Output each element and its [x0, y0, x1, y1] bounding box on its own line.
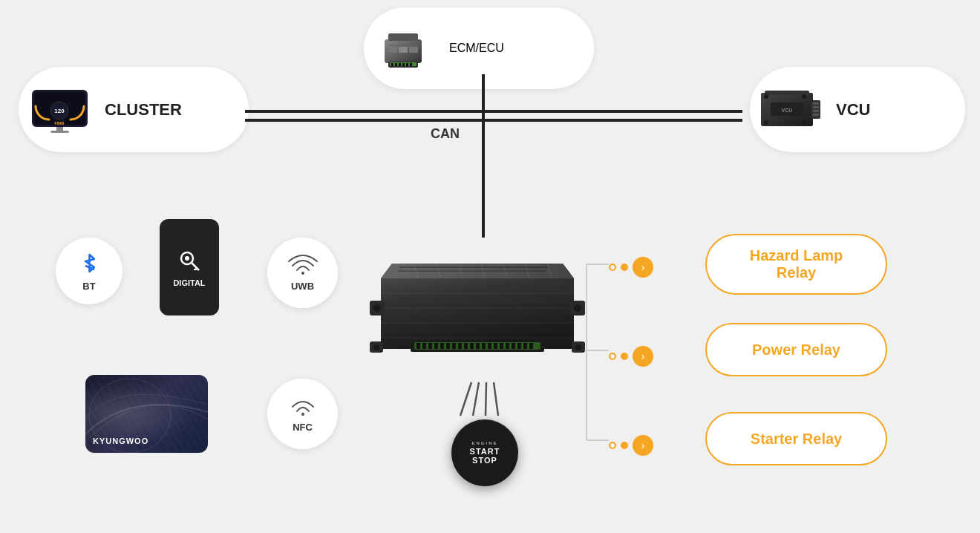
kyungwoo-label: KYUNGWOO [93, 436, 148, 445]
arrow-2: › [633, 346, 653, 367]
svg-rect-5 [395, 63, 397, 66]
main-device [370, 226, 585, 379]
svg-point-85 [575, 344, 581, 350]
svg-text:FI900: FI900 [54, 121, 64, 125]
svg-line-88 [486, 382, 486, 416]
dot-3b [621, 442, 628, 449]
svg-rect-24 [765, 91, 809, 95]
ecm-ecu-node: ECM/ECU [364, 7, 594, 89]
ecm-label: ECM/ECU [449, 42, 504, 55]
svg-point-31 [802, 94, 806, 99]
svg-point-30 [764, 94, 768, 99]
can-label: CAN [431, 126, 460, 142]
svg-rect-58 [416, 343, 420, 349]
stop-text: STOP [472, 456, 497, 465]
power-relay: Power Relay [705, 323, 887, 376]
svg-rect-72 [500, 343, 503, 349]
svg-rect-70 [488, 343, 491, 349]
svg-rect-60 [428, 343, 432, 349]
dot-1b [621, 264, 628, 271]
arrow-1: › [633, 257, 653, 278]
can-line-top [245, 110, 742, 113]
svg-point-42 [301, 272, 304, 275]
svg-rect-62 [440, 343, 444, 349]
dot-outline-1a [609, 264, 616, 271]
digital-key-icon [177, 248, 203, 274]
power-relay-label: Power Relay [752, 341, 840, 359]
svg-point-83 [373, 344, 379, 350]
arrow-3: › [633, 435, 653, 456]
starter-relay-label: Starter Relay [751, 431, 842, 448]
svg-text:120: 120 [54, 108, 65, 114]
svg-line-89 [494, 382, 498, 416]
svg-rect-28 [813, 110, 819, 112]
can-line-bottom [245, 119, 742, 122]
engine-label: ENGINE [471, 441, 497, 445]
cluster-icon: 120 FI900 [28, 84, 91, 136]
svg-point-33 [802, 120, 806, 125]
svg-line-87 [473, 382, 479, 416]
svg-line-86 [460, 382, 471, 416]
svg-rect-8 [406, 63, 408, 66]
svg-rect-75 [517, 343, 521, 349]
kyungwoo-card: KYUNGWOO [85, 375, 208, 453]
main-device-image [370, 226, 585, 379]
svg-point-81 [574, 304, 581, 312]
nfc-label: NFC [293, 422, 313, 433]
connector-3: › [609, 435, 653, 456]
bluetooth-icon [76, 250, 102, 276]
svg-rect-77 [529, 343, 533, 349]
svg-rect-65 [458, 343, 462, 349]
vcu-node: VCU VCU [750, 67, 965, 152]
svg-rect-12 [388, 47, 397, 53]
vcu-label: VCU [836, 100, 870, 120]
svg-rect-67 [470, 343, 474, 349]
start-stop-button[interactable]: ENGINE START STOP [451, 419, 518, 486]
svg-rect-71 [494, 343, 497, 349]
uwb-node: UWB [267, 238, 338, 308]
vcu-icon: VCU [757, 82, 824, 137]
uwb-icon [288, 254, 318, 276]
cluster-image: 120 FI900 [26, 80, 93, 140]
svg-rect-10 [388, 33, 418, 41]
svg-rect-4 [391, 63, 393, 66]
can-bus [245, 110, 742, 122]
svg-point-38 [185, 256, 189, 261]
svg-text:VCU: VCU [782, 108, 793, 113]
ecm-image [371, 22, 434, 74]
svg-rect-73 [506, 343, 509, 349]
cluster-label: CLUSTER [105, 100, 182, 120]
ecm-icon [373, 24, 433, 73]
connector-1: › [609, 257, 653, 278]
svg-rect-26 [813, 102, 819, 105]
nfc-icon [288, 395, 318, 417]
svg-rect-59 [422, 343, 426, 349]
svg-rect-9 [410, 63, 412, 66]
bt-node: BT [56, 238, 122, 304]
antenna-lines [449, 379, 509, 422]
dot-2b [621, 353, 628, 360]
svg-rect-27 [813, 106, 819, 108]
bt-label: BT [82, 281, 95, 292]
hazard-relay: Hazard LampRelay [705, 234, 887, 295]
vertical-can-line [482, 74, 485, 238]
svg-point-44 [301, 413, 304, 416]
nfc-node: NFC [267, 379, 338, 449]
digital-label: DIGITAL [173, 278, 205, 287]
starter-relay: Starter Relay [705, 412, 887, 465]
start-text: START [470, 447, 500, 456]
svg-rect-29 [813, 114, 819, 116]
svg-rect-61 [434, 343, 438, 349]
svg-rect-14 [409, 47, 418, 53]
svg-rect-6 [399, 63, 401, 66]
svg-rect-74 [512, 343, 515, 349]
svg-rect-69 [482, 343, 486, 349]
svg-point-79 [373, 304, 381, 312]
svg-point-32 [764, 120, 768, 125]
connector-2: › [609, 346, 653, 367]
svg-rect-7 [402, 63, 405, 66]
svg-rect-63 [446, 343, 450, 349]
dot-outline-3a [609, 442, 616, 449]
svg-rect-68 [476, 343, 480, 349]
svg-rect-21 [50, 131, 69, 133]
